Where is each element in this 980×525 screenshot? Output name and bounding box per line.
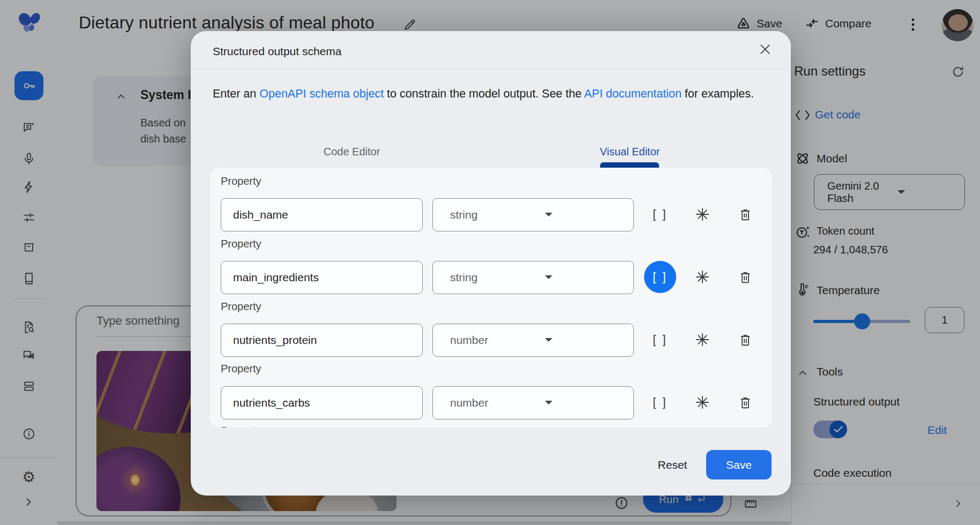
chevron-down-icon bbox=[544, 212, 622, 218]
api-documentation-link[interactable]: API documentation bbox=[584, 87, 682, 100]
array-toggle-button[interactable]: [ ] bbox=[644, 386, 676, 418]
required-asterisk-icon[interactable] bbox=[695, 269, 710, 284]
dialog-title: Structured output schema bbox=[213, 45, 341, 58]
dialog-save-button[interactable]: Save bbox=[706, 450, 772, 479]
required-asterisk-icon[interactable] bbox=[695, 207, 710, 222]
openapi-schema-link[interactable]: OpenAPI schema object bbox=[259, 87, 384, 100]
chevron-down-icon bbox=[544, 338, 622, 343]
property-name-input[interactable]: nutrients_carbs bbox=[221, 386, 423, 419]
delete-property-icon[interactable] bbox=[738, 333, 752, 347]
dialog-description: Enter an OpenAPI schema object to constr… bbox=[213, 87, 754, 101]
property-type-select[interactable]: string bbox=[432, 198, 634, 231]
schema-properties-panel: Property dish_name string [ ] Property m… bbox=[210, 168, 772, 428]
property-label: Property bbox=[221, 301, 261, 313]
required-asterisk-icon[interactable] bbox=[695, 395, 710, 410]
close-icon[interactable] bbox=[757, 41, 774, 58]
delete-property-icon[interactable] bbox=[738, 270, 752, 284]
editor-tabs: Code Editor Visual Editor bbox=[213, 136, 769, 167]
active-tab-indicator bbox=[600, 162, 659, 168]
desc-text: for examples. bbox=[682, 87, 754, 100]
property-type-select[interactable]: number bbox=[432, 386, 634, 419]
array-toggle-button-active[interactable]: [ ] bbox=[644, 261, 676, 293]
required-asterisk-icon[interactable] bbox=[695, 332, 710, 347]
array-toggle-button[interactable]: [ ] bbox=[644, 324, 676, 356]
divider bbox=[191, 69, 791, 69]
property-name-input[interactable]: main_ingredients bbox=[221, 261, 423, 294]
chevron-down-icon bbox=[544, 400, 622, 406]
array-toggle-button[interactable]: [ ] bbox=[644, 198, 676, 230]
tab-code-editor[interactable]: Code Editor bbox=[213, 136, 491, 167]
structured-output-schema-dialog: Structured output schema Enter an OpenAP… bbox=[191, 31, 791, 496]
property-label: Property bbox=[221, 238, 261, 250]
property-label: Property bbox=[221, 363, 261, 375]
delete-property-icon[interactable] bbox=[738, 395, 752, 409]
desc-text: Enter an bbox=[213, 87, 259, 100]
chevron-down-icon bbox=[544, 275, 622, 280]
property-name-input[interactable]: nutrients_protein bbox=[221, 324, 423, 357]
desc-text: to constrain the model output. See the bbox=[384, 87, 584, 100]
app-window: Dietary nutrient analysis of meal photo … bbox=[0, 0, 980, 525]
property-label: Property bbox=[221, 175, 261, 188]
reset-button[interactable]: Reset bbox=[646, 450, 699, 479]
property-name-input[interactable]: dish_name bbox=[221, 198, 423, 231]
property-label: Property bbox=[221, 425, 261, 428]
delete-property-icon[interactable] bbox=[738, 207, 752, 221]
property-type-select[interactable]: number bbox=[432, 324, 634, 357]
property-type-select[interactable]: string bbox=[432, 261, 634, 294]
